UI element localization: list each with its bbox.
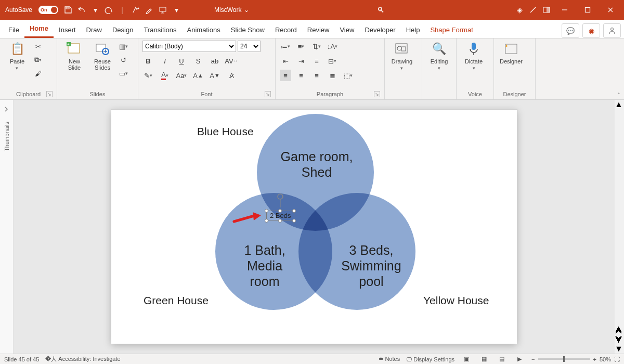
- docname-chevron-icon[interactable]: ⌄: [244, 6, 249, 14]
- handle-sw[interactable]: [265, 219, 268, 223]
- char-spacing-button[interactable]: AV↔: [226, 55, 237, 67]
- expand-thumbnails-icon[interactable]: [4, 105, 10, 112]
- more-indent-button[interactable]: ≡: [311, 55, 322, 67]
- venn-text-right[interactable]: 3 Beds, Swimming pool: [319, 242, 423, 289]
- layout-button[interactable]: ▥▾: [118, 41, 129, 52]
- tab-home[interactable]: Home: [24, 20, 54, 38]
- strike-button[interactable]: ab: [209, 55, 220, 67]
- new-slide-button[interactable]: + New Slide: [61, 41, 87, 71]
- justify-button[interactable]: ≣: [327, 70, 338, 81]
- font-color-button[interactable]: A▾: [159, 70, 171, 81]
- align-center-button[interactable]: ≡: [295, 70, 307, 81]
- display-settings-button[interactable]: 🖵 Display Settings: [406, 356, 454, 362]
- sorter-view-icon[interactable]: ▦: [478, 355, 490, 363]
- format-painter-button[interactable]: 🖌: [32, 68, 44, 79]
- clear-format-button[interactable]: A̷: [226, 70, 237, 81]
- undo-more-icon[interactable]: ▾: [88, 3, 102, 17]
- document-name[interactable]: MiscWork: [214, 6, 241, 14]
- tab-shape-format[interactable]: Shape Format: [425, 22, 478, 38]
- tab-view[interactable]: View: [334, 22, 359, 38]
- tab-file[interactable]: File: [3, 22, 24, 38]
- reuse-slides-button[interactable]: Reuse Slides: [89, 41, 115, 71]
- scroll-down-icon[interactable]: ▼: [615, 344, 624, 354]
- font-dialog-icon[interactable]: ↘: [265, 91, 271, 97]
- scroll-up-icon[interactable]: ▲: [615, 100, 624, 109]
- tab-review[interactable]: Review: [302, 22, 335, 38]
- normal-view-icon[interactable]: ▣: [461, 355, 472, 363]
- font-size-select[interactable]: 24: [238, 41, 261, 52]
- dictate-button[interactable]: Dictate▾: [461, 41, 487, 71]
- save-icon[interactable]: [61, 3, 75, 17]
- touch-icon[interactable]: [129, 3, 142, 17]
- font-name-select[interactable]: Calibri (Body): [142, 41, 236, 52]
- record-button[interactable]: ◉: [582, 23, 600, 38]
- slideshow-view-icon[interactable]: ▶: [514, 355, 525, 363]
- tab-slideshow[interactable]: Slide Show: [226, 22, 270, 38]
- fit-to-window-icon[interactable]: ⛶: [614, 356, 620, 362]
- handle-n[interactable]: [278, 209, 282, 213]
- bold-button[interactable]: B: [142, 55, 154, 67]
- handle-nw[interactable]: [265, 209, 268, 213]
- tab-design[interactable]: Design: [107, 22, 138, 38]
- tab-transitions[interactable]: Transitions: [138, 22, 181, 38]
- rotate-handle-icon[interactable]: [276, 193, 284, 201]
- grow-font-button[interactable]: A▲: [192, 70, 204, 81]
- shrink-font-button[interactable]: A▼: [209, 70, 220, 81]
- comments-button[interactable]: 💬: [562, 23, 579, 38]
- handle-s[interactable]: [278, 219, 282, 223]
- share-button[interactable]: [603, 23, 621, 38]
- shadow-button[interactable]: S: [192, 55, 204, 67]
- wand-icon[interactable]: [526, 3, 540, 17]
- venn-text-left[interactable]: 1 Bath, Media room: [213, 242, 317, 289]
- numbering-button[interactable]: ≡▾: [295, 41, 307, 52]
- align-text-button[interactable]: ⊟▾: [327, 55, 338, 67]
- maximize-button[interactable]: [576, 0, 599, 20]
- inc-indent-button[interactable]: ⇥: [295, 55, 307, 67]
- slide-canvas[interactable]: Blue House Green House Yellow House Game…: [14, 100, 615, 354]
- vertical-scrollbar[interactable]: ▲ ⮝ ⮟ ▼: [615, 100, 624, 354]
- align-right-button[interactable]: ≡: [311, 70, 322, 81]
- eyedropper-icon[interactable]: [142, 3, 156, 17]
- zoom-slider[interactable]: [538, 358, 590, 360]
- collapse-ribbon-icon[interactable]: ⌃: [617, 92, 621, 97]
- clipboard-dialog-icon[interactable]: ↘: [46, 91, 53, 97]
- scroll-prev-slide-icon[interactable]: ⮝: [615, 326, 624, 335]
- close-button[interactable]: [599, 0, 622, 20]
- search-icon[interactable]: 🔍︎: [377, 6, 384, 14]
- change-case-button[interactable]: Aa▾: [176, 70, 187, 81]
- section-button[interactable]: ▭▾: [118, 68, 129, 79]
- line-spacing-button[interactable]: ⇅▾: [311, 41, 322, 52]
- drawing-button[interactable]: Drawing▾: [389, 41, 415, 71]
- zoom-out-button[interactable]: −: [531, 356, 535, 362]
- slide[interactable]: Blue House Green House Yellow House Game…: [111, 110, 517, 344]
- accessibility-status[interactable]: �人 Accessibility: Investigate: [45, 355, 120, 363]
- tab-draw[interactable]: Draw: [81, 22, 107, 38]
- tab-developer[interactable]: Developer: [359, 22, 400, 38]
- underline-button[interactable]: U: [176, 55, 187, 67]
- slide-counter[interactable]: Slide 45 of 45: [4, 356, 39, 362]
- ribbon-mode-icon[interactable]: [540, 3, 553, 17]
- zoom-in-button[interactable]: +: [593, 356, 596, 362]
- zoom-value[interactable]: 50%: [600, 356, 611, 362]
- highlight-color-button[interactable]: ✎▾: [142, 70, 154, 81]
- paste-button[interactable]: 📋 Paste▾: [4, 41, 30, 71]
- scroll-next-slide-icon[interactable]: ⮟: [615, 335, 624, 344]
- notes-button[interactable]: ≐ Notes: [379, 356, 400, 362]
- bullets-button[interactable]: ≔▾: [280, 41, 291, 52]
- tab-animations[interactable]: Animations: [182, 22, 226, 38]
- editing-button[interactable]: 🔍 Editing▾: [426, 41, 452, 71]
- tab-help[interactable]: Help: [401, 22, 425, 38]
- diamond-icon[interactable]: ◈: [513, 3, 526, 17]
- text-direction-button[interactable]: ↕A▾: [327, 41, 338, 52]
- qat-more-icon[interactable]: ▾: [170, 3, 183, 17]
- smartart-button[interactable]: ⬚▾: [342, 70, 354, 81]
- undo-icon[interactable]: [75, 3, 88, 17]
- venn-text-top[interactable]: Game room, Shed: [265, 149, 369, 180]
- cut-button[interactable]: ✂: [32, 41, 44, 52]
- handle-ne[interactable]: [292, 209, 296, 213]
- dec-indent-button[interactable]: ⇤: [280, 55, 291, 67]
- tab-insert[interactable]: Insert: [54, 22, 81, 38]
- paragraph-dialog-icon[interactable]: ↘: [374, 91, 380, 97]
- italic-button[interactable]: I: [159, 55, 171, 67]
- copy-button[interactable]: ⧉▾: [32, 54, 44, 66]
